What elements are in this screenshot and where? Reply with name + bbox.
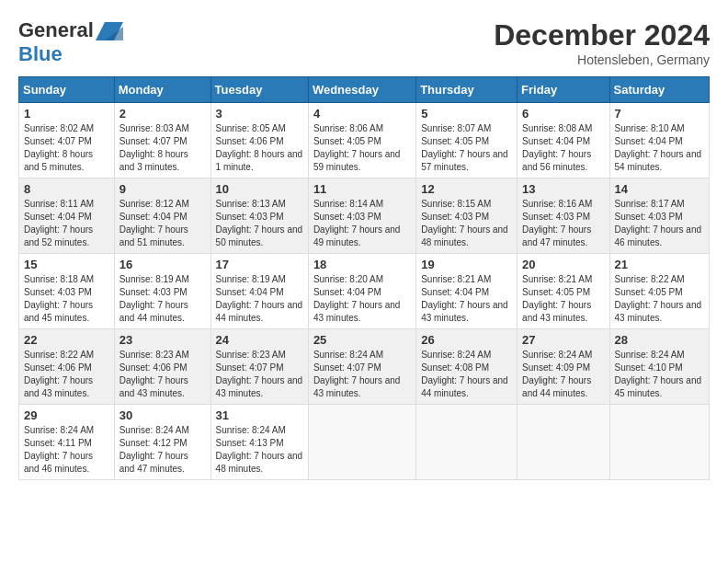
- day-info: Sunrise: 8:24 AM Sunset: 4:12 PM Dayligh…: [119, 424, 206, 476]
- day-cell: 7 Sunrise: 8:10 AM Sunset: 4:04 PM Dayli…: [609, 103, 709, 178]
- day-number: 14: [615, 182, 704, 196]
- day-number: 26: [421, 333, 512, 347]
- day-cell: 2 Sunrise: 8:03 AM Sunset: 4:07 PM Dayli…: [114, 103, 210, 178]
- day-number: 12: [421, 182, 512, 196]
- day-number: 24: [216, 333, 303, 347]
- day-cell: 5 Sunrise: 8:07 AM Sunset: 4:05 PM Dayli…: [416, 103, 518, 178]
- day-info: Sunrise: 8:19 AM Sunset: 4:03 PM Dayligh…: [119, 273, 206, 325]
- header-monday: Monday: [114, 77, 210, 103]
- day-info: Sunrise: 8:15 AM Sunset: 4:03 PM Dayligh…: [421, 198, 512, 249]
- day-cell: [416, 405, 518, 480]
- header-wednesday: Wednesday: [308, 77, 415, 103]
- day-info: Sunrise: 8:05 AM Sunset: 4:06 PM Dayligh…: [216, 122, 303, 174]
- day-cell: [518, 405, 609, 480]
- month-title: December 2024: [494, 18, 710, 52]
- day-cell: 14 Sunrise: 8:17 AM Sunset: 4:03 PM Dayl…: [609, 178, 709, 254]
- logo-general-text: General: [18, 18, 94, 42]
- day-cell: 24 Sunrise: 8:23 AM Sunset: 4:07 PM Dayl…: [210, 329, 308, 405]
- day-info: Sunrise: 8:22 AM Sunset: 4:06 PM Dayligh…: [24, 349, 109, 400]
- header-friday: Friday: [518, 77, 609, 103]
- day-cell: 3 Sunrise: 8:05 AM Sunset: 4:06 PM Dayli…: [210, 103, 308, 178]
- day-number: 22: [24, 333, 109, 347]
- calendar-table: SundayMondayTuesdayWednesdayThursdayFrid…: [18, 76, 710, 480]
- day-number: 21: [615, 258, 704, 271]
- day-cell: 22 Sunrise: 8:22 AM Sunset: 4:06 PM Dayl…: [19, 329, 115, 405]
- header-thursday: Thursday: [416, 77, 518, 103]
- day-cell: 31 Sunrise: 8:24 AM Sunset: 4:13 PM Dayl…: [210, 405, 308, 480]
- week-row-5: 29 Sunrise: 8:24 AM Sunset: 4:11 PM Dayl…: [19, 405, 710, 480]
- day-number: 8: [24, 182, 109, 196]
- day-cell: 26 Sunrise: 8:24 AM Sunset: 4:08 PM Dayl…: [416, 329, 518, 405]
- week-row-2: 8 Sunrise: 8:11 AM Sunset: 4:04 PM Dayli…: [19, 178, 710, 254]
- day-number: 23: [119, 333, 206, 347]
- day-cell: 25 Sunrise: 8:24 AM Sunset: 4:07 PM Dayl…: [308, 329, 415, 405]
- day-cell: 19 Sunrise: 8:21 AM Sunset: 4:04 PM Dayl…: [416, 254, 518, 329]
- day-cell: 17 Sunrise: 8:19 AM Sunset: 4:04 PM Dayl…: [210, 254, 308, 329]
- day-number: 27: [522, 333, 604, 347]
- day-number: 19: [421, 258, 512, 271]
- day-cell: 6 Sunrise: 8:08 AM Sunset: 4:04 PM Dayli…: [518, 103, 609, 178]
- day-number: 1: [24, 107, 109, 121]
- day-number: 2: [119, 107, 206, 121]
- day-number: 28: [615, 333, 704, 347]
- day-cell: 28 Sunrise: 8:24 AM Sunset: 4:10 PM Dayl…: [609, 329, 709, 405]
- day-number: 5: [421, 107, 512, 121]
- day-info: Sunrise: 8:06 AM Sunset: 4:05 PM Dayligh…: [313, 122, 411, 174]
- header-saturday: Saturday: [609, 77, 709, 103]
- day-info: Sunrise: 8:17 AM Sunset: 4:03 PM Dayligh…: [615, 198, 704, 249]
- day-number: 9: [119, 182, 206, 196]
- title-block: December 2024 Hotensleben, Germany: [494, 18, 710, 67]
- day-number: 11: [313, 182, 411, 196]
- day-cell: 1 Sunrise: 8:02 AM Sunset: 4:07 PM Dayli…: [19, 103, 115, 178]
- day-number: 20: [522, 258, 604, 271]
- day-info: Sunrise: 8:24 AM Sunset: 4:11 PM Dayligh…: [24, 424, 109, 476]
- day-cell: 18 Sunrise: 8:20 AM Sunset: 4:04 PM Dayl…: [308, 254, 415, 329]
- day-number: 16: [119, 258, 206, 271]
- logo: General Blue: [18, 18, 123, 66]
- day-number: 30: [119, 408, 206, 422]
- day-cell: 20 Sunrise: 8:21 AM Sunset: 4:05 PM Dayl…: [518, 254, 609, 329]
- day-info: Sunrise: 8:19 AM Sunset: 4:04 PM Dayligh…: [216, 273, 303, 325]
- day-cell: [308, 405, 415, 480]
- day-cell: 8 Sunrise: 8:11 AM Sunset: 4:04 PM Dayli…: [19, 178, 115, 254]
- day-info: Sunrise: 8:03 AM Sunset: 4:07 PM Dayligh…: [119, 122, 206, 174]
- day-number: 29: [24, 408, 109, 422]
- logo-blue-text: Blue: [18, 42, 63, 66]
- day-info: Sunrise: 8:08 AM Sunset: 4:04 PM Dayligh…: [522, 122, 604, 174]
- day-cell: 29 Sunrise: 8:24 AM Sunset: 4:11 PM Dayl…: [19, 405, 115, 480]
- day-info: Sunrise: 8:14 AM Sunset: 4:03 PM Dayligh…: [313, 198, 411, 249]
- day-info: Sunrise: 8:21 AM Sunset: 4:04 PM Dayligh…: [421, 273, 512, 325]
- day-number: 31: [216, 408, 303, 422]
- day-info: Sunrise: 8:13 AM Sunset: 4:03 PM Dayligh…: [216, 198, 303, 249]
- day-info: Sunrise: 8:20 AM Sunset: 4:04 PM Dayligh…: [313, 273, 411, 325]
- page-header: General Blue December 2024 Hotensleben, …: [18, 18, 710, 67]
- day-number: 25: [313, 333, 411, 347]
- day-info: Sunrise: 8:16 AM Sunset: 4:03 PM Dayligh…: [522, 198, 604, 249]
- day-info: Sunrise: 8:24 AM Sunset: 4:13 PM Dayligh…: [216, 424, 303, 476]
- day-cell: 15 Sunrise: 8:18 AM Sunset: 4:03 PM Dayl…: [19, 254, 115, 329]
- day-info: Sunrise: 8:18 AM Sunset: 4:03 PM Dayligh…: [24, 273, 109, 325]
- day-info: Sunrise: 8:24 AM Sunset: 4:09 PM Dayligh…: [522, 349, 604, 400]
- day-cell: 4 Sunrise: 8:06 AM Sunset: 4:05 PM Dayli…: [308, 103, 415, 178]
- header-tuesday: Tuesday: [210, 77, 308, 103]
- day-cell: 13 Sunrise: 8:16 AM Sunset: 4:03 PM Dayl…: [518, 178, 609, 254]
- day-cell: 11 Sunrise: 8:14 AM Sunset: 4:03 PM Dayl…: [308, 178, 415, 254]
- day-number: 4: [313, 107, 411, 121]
- day-info: Sunrise: 8:23 AM Sunset: 4:06 PM Dayligh…: [119, 349, 206, 400]
- day-info: Sunrise: 8:24 AM Sunset: 4:08 PM Dayligh…: [421, 349, 512, 400]
- logo-icon: [96, 22, 123, 40]
- day-number: 3: [216, 107, 303, 121]
- location: Hotensleben, Germany: [494, 52, 710, 67]
- header-row: SundayMondayTuesdayWednesdayThursdayFrid…: [19, 77, 710, 103]
- day-cell: 30 Sunrise: 8:24 AM Sunset: 4:12 PM Dayl…: [114, 405, 210, 480]
- day-number: 13: [522, 182, 604, 196]
- day-cell: 21 Sunrise: 8:22 AM Sunset: 4:05 PM Dayl…: [609, 254, 709, 329]
- day-info: Sunrise: 8:24 AM Sunset: 4:10 PM Dayligh…: [615, 349, 704, 400]
- week-row-3: 15 Sunrise: 8:18 AM Sunset: 4:03 PM Dayl…: [19, 254, 710, 329]
- day-cell: 23 Sunrise: 8:23 AM Sunset: 4:06 PM Dayl…: [114, 329, 210, 405]
- day-number: 17: [216, 258, 303, 271]
- day-info: Sunrise: 8:11 AM Sunset: 4:04 PM Dayligh…: [24, 198, 109, 249]
- day-cell: 27 Sunrise: 8:24 AM Sunset: 4:09 PM Dayl…: [518, 329, 609, 405]
- day-number: 7: [615, 107, 704, 121]
- day-info: Sunrise: 8:21 AM Sunset: 4:05 PM Dayligh…: [522, 273, 604, 325]
